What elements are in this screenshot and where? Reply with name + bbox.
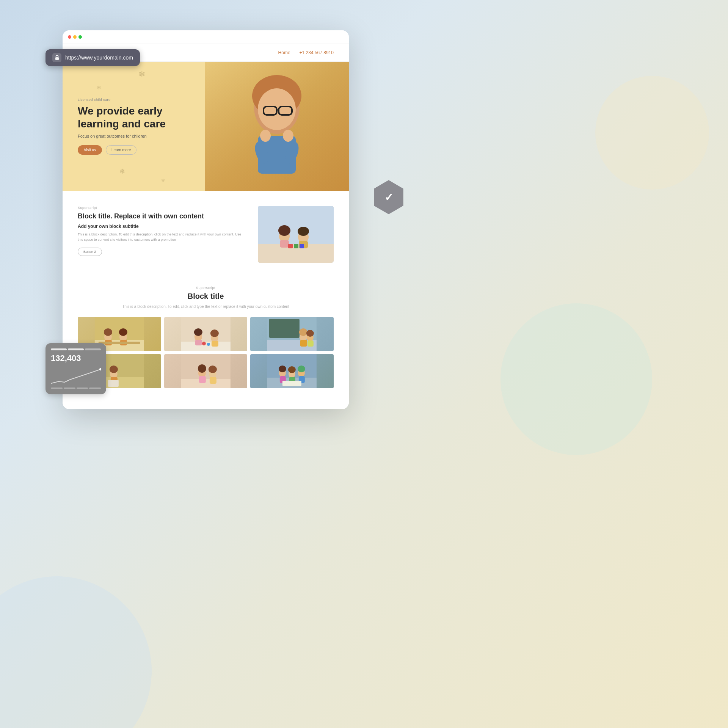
hero-image	[205, 62, 349, 191]
doodle-1: ❄	[138, 69, 145, 79]
svg-point-36	[119, 328, 127, 336]
svg-rect-54	[300, 340, 307, 347]
doodle-3: ❄	[119, 167, 125, 176]
kids-playing-photo	[258, 206, 334, 263]
address-bar: https://www.yourdomain.com	[46, 49, 140, 66]
photo-grid	[78, 317, 334, 388]
visit-us-button[interactable]: Visit us	[78, 145, 102, 155]
stats-dot-1	[51, 388, 63, 389]
block-section-2: Superscript Block title This is a block …	[78, 278, 334, 398]
maximize-button[interactable]	[78, 35, 82, 39]
block1-title: Block title. Replace it with own content	[78, 212, 246, 221]
svg-point-56	[306, 330, 314, 337]
hero-buttons: Visit us Learn more	[78, 145, 176, 155]
svg-point-1	[99, 368, 101, 370]
bg-shape-1	[0, 576, 152, 728]
svg-point-48	[207, 343, 210, 346]
svg-rect-0	[55, 57, 59, 60]
block2-description: This is a block description. To edit, cl…	[78, 304, 334, 309]
photo-figure-6	[250, 354, 334, 388]
lock-icon	[52, 53, 61, 62]
block-section-1: Superscript Block title. Replace it with…	[78, 206, 334, 263]
hero-superscript: Licensed child care	[78, 98, 176, 102]
svg-rect-23	[280, 240, 289, 248]
svg-point-22	[278, 225, 290, 236]
svg-rect-83	[282, 381, 301, 386]
svg-rect-29	[300, 244, 304, 248]
svg-point-42	[194, 328, 202, 336]
svg-rect-28	[294, 244, 298, 248]
photo-figure-2	[164, 317, 248, 351]
svg-point-75	[279, 366, 286, 372]
block1-subtitle: Add your own block subtitle	[78, 224, 246, 229]
svg-rect-51	[269, 319, 300, 338]
url-text: https://www.yourdomain.com	[65, 55, 133, 61]
svg-rect-71	[209, 377, 216, 384]
stats-dots	[51, 388, 101, 389]
stats-bar-1	[51, 348, 67, 350]
svg-rect-46	[211, 341, 218, 347]
doodle-4: ❄	[161, 178, 165, 183]
stats-dot-2	[64, 388, 75, 389]
block1-description: This is a block description. To edit thi…	[78, 232, 246, 242]
svg-rect-57	[308, 340, 314, 347]
stats-widget: 132,403	[46, 343, 106, 394]
svg-rect-27	[288, 244, 293, 248]
stats-bar-2	[68, 348, 84, 350]
svg-point-78	[288, 366, 296, 373]
svg-point-81	[298, 366, 305, 372]
hero-subtitle: Focus on great outcomes for children	[78, 134, 176, 138]
svg-rect-68	[199, 376, 206, 383]
block1-text: Superscript Block title. Replace it with…	[78, 206, 246, 256]
stats-dot-4	[89, 388, 101, 389]
stats-dot-3	[77, 388, 88, 389]
photo-figure-3	[250, 317, 334, 351]
stats-bars	[51, 348, 101, 350]
svg-point-25	[298, 227, 309, 236]
svg-rect-63	[108, 380, 119, 387]
nav-home-link[interactable]: Home	[278, 50, 290, 55]
svg-rect-43	[195, 340, 202, 345]
browser-chrome	[63, 30, 349, 44]
svg-rect-40	[181, 342, 230, 351]
photo-figure-5	[164, 354, 248, 388]
svg-point-53	[299, 328, 308, 336]
photo-cell-6	[250, 354, 334, 388]
block2-title: Block title	[78, 292, 334, 301]
svg-point-18	[283, 130, 293, 142]
learn-more-button[interactable]: Learn more	[106, 145, 136, 155]
nav-phone: +1 234 567 8910	[300, 50, 334, 55]
photo-cell-2	[164, 317, 248, 351]
svg-point-61	[110, 366, 118, 373]
close-button[interactable]	[68, 35, 71, 39]
minimize-button[interactable]	[73, 35, 77, 39]
bg-shape-2	[595, 76, 709, 190]
hero-content: Licensed child care We provide early lea…	[63, 86, 191, 166]
svg-point-67	[198, 364, 206, 373]
stats-chart	[51, 366, 101, 385]
hero-title: We provide early learning and care	[78, 105, 176, 130]
svg-point-47	[202, 342, 206, 345]
stats-bar-3	[85, 348, 101, 350]
block1-button[interactable]: Button 2	[78, 248, 102, 256]
child-photo	[205, 62, 349, 191]
block1-superscript: Superscript	[78, 206, 246, 210]
site-nav-links: Home +1 234 567 8910	[278, 50, 334, 55]
block2-superscript: Superscript	[78, 286, 334, 290]
svg-point-45	[210, 329, 218, 337]
checkmark-icon: ✓	[384, 191, 393, 204]
bg-shape-3	[500, 303, 652, 455]
stats-number: 132,403	[51, 353, 101, 363]
svg-point-33	[104, 328, 112, 336]
security-badge: ✓	[372, 180, 406, 214]
hero-section: ❄ ❄ ❄ ❄ ❄ ❄ Licensed child care We provi…	[63, 62, 349, 191]
photo-cell-3	[250, 317, 334, 351]
block1-image	[258, 206, 334, 263]
svg-point-70	[208, 366, 217, 373]
svg-point-17	[260, 130, 271, 142]
photo-cell-5	[164, 354, 248, 388]
svg-rect-38	[99, 342, 140, 344]
